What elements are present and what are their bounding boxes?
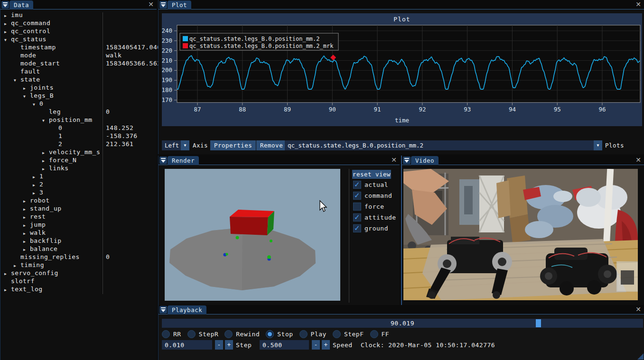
chevron-down-icon[interactable]: ▼: [4, 38, 11, 42]
radio-icon[interactable]: [333, 330, 341, 338]
tree-item-timestamp[interactable]: timestamp1583405417.040: [0, 44, 157, 52]
chevron-down-icon[interactable]: ▼: [33, 102, 39, 107]
tab-video[interactable]: Video: [411, 156, 439, 165]
tree-item-mode[interactable]: modewalk: [0, 52, 157, 60]
video-still[interactable]: [403, 169, 638, 300]
chevron-down-icon[interactable]: ▼: [594, 140, 602, 150]
chevron-right-icon[interactable]: ▶: [4, 288, 11, 292]
plot-select[interactable]: qc_status.state.legs_B.0.position_mm.2 ▼: [285, 140, 602, 150]
tree-item-3[interactable]: ▶3: [0, 189, 157, 197]
checkbox-checked-icon[interactable]: ✓: [353, 224, 361, 232]
chevron-down-icon[interactable]: ▼: [42, 119, 49, 123]
tree-item-slotrf[interactable]: slotrf: [0, 277, 157, 286]
checkbox-checked-icon[interactable]: ✓: [353, 192, 361, 200]
checkbox-checked-icon[interactable]: ✓: [353, 213, 361, 222]
tree-item-qc_status[interactable]: ▼qc_status: [0, 36, 157, 44]
speed-plus-button[interactable]: +: [322, 340, 330, 350]
tree-item-1[interactable]: ▶1: [0, 173, 157, 181]
chevron-right-icon[interactable]: ▶: [23, 248, 30, 252]
tree-item-timing[interactable]: ▶timing: [0, 261, 157, 269]
tree-item-servo_config[interactable]: ▶servo_config: [0, 269, 157, 277]
close-icon[interactable]: ✕: [635, 305, 641, 313]
tree-item-state[interactable]: ▼state: [0, 76, 157, 84]
properties-button[interactable]: Properties: [210, 140, 256, 150]
tree-item-imu[interactable]: ▶imu: [0, 11, 157, 19]
radio-icon[interactable]: [370, 330, 378, 338]
chevron-right-icon[interactable]: ▶: [4, 14, 11, 18]
radio-stepr[interactable]: StepR: [187, 330, 219, 338]
checkbox-unchecked-icon[interactable]: [353, 203, 361, 211]
radio-icon[interactable]: [187, 330, 196, 338]
radio-icon[interactable]: [162, 330, 170, 338]
chevron-right-icon[interactable]: ▶: [33, 191, 39, 195]
chevron-right-icon[interactable]: ▶: [42, 167, 49, 171]
collapse-icon[interactable]: [159, 157, 167, 164]
chevron-right-icon[interactable]: ▶: [23, 240, 30, 244]
tree-item-leg[interactable]: leg0: [0, 108, 157, 116]
chevron-right-icon[interactable]: ▶: [42, 151, 49, 155]
tab-playback[interactable]: Playback: [168, 305, 206, 314]
chevron-right-icon[interactable]: ▶: [23, 231, 30, 236]
radio-stop[interactable]: Stop: [266, 330, 293, 338]
remove-button[interactable]: Remove: [256, 140, 287, 150]
tree-item-0[interactable]: ▼0: [0, 100, 157, 108]
resize-grip-icon[interactable]: [637, 353, 644, 360]
tree-item-velocity_mm_s[interactable]: ▶velocity_mm_s: [0, 148, 157, 157]
chevron-right-icon[interactable]: ▶: [23, 86, 30, 91]
tree-item-balance[interactable]: ▶balance: [0, 245, 157, 253]
radio-icon[interactable]: [299, 330, 308, 338]
tree-item-rest[interactable]: ▶rest: [0, 213, 157, 221]
tree-item-stand_up[interactable]: ▶stand_up: [0, 205, 157, 213]
tree-item-qc_command[interactable]: ▶qc_command: [0, 19, 157, 28]
tree-item-text_log[interactable]: ▶text_log: [0, 286, 157, 294]
step-input[interactable]: [162, 340, 212, 350]
tree-item-2[interactable]: ▶2: [0, 181, 157, 189]
close-icon[interactable]: ✕: [635, 0, 641, 8]
step-minus-button[interactable]: -: [215, 340, 223, 350]
close-icon[interactable]: ✕: [635, 156, 641, 164]
close-icon[interactable]: ✕: [148, 0, 154, 8]
slider-handle[interactable]: [536, 319, 541, 327]
tab-render[interactable]: Render: [168, 156, 199, 165]
speed-input[interactable]: [260, 340, 309, 350]
tree-item-2[interactable]: 2212.361: [0, 140, 157, 148]
chevron-right-icon[interactable]: ▶: [42, 159, 49, 163]
reset-view-button[interactable]: reset view: [352, 170, 391, 179]
radio-selected-icon[interactable]: [266, 330, 274, 338]
tree-item-qc_control[interactable]: ▶qc_control: [0, 28, 157, 36]
tree-item-0[interactable]: 0148.252: [0, 124, 157, 132]
tree-item-position_mm[interactable]: ▼position_mm: [0, 116, 157, 124]
chevron-right-icon[interactable]: ▶: [23, 199, 30, 203]
collapse-icon[interactable]: [159, 306, 167, 314]
chevron-right-icon[interactable]: ▶: [33, 183, 39, 187]
collapse-icon[interactable]: [1, 1, 9, 9]
checkbox-checked-icon[interactable]: ✓: [353, 181, 361, 189]
render-viewport[interactable]: [165, 169, 340, 301]
radio-icon[interactable]: [224, 330, 233, 338]
tree-item-legs_B[interactable]: ▼legs_B: [0, 92, 157, 100]
chevron-right-icon[interactable]: ▶: [23, 223, 30, 228]
chevron-right-icon[interactable]: ▶: [23, 207, 30, 212]
tree-item-jump[interactable]: ▶jump: [0, 221, 157, 229]
chevron-right-icon[interactable]: ▶: [33, 175, 39, 179]
speed-minus-button[interactable]: -: [312, 340, 320, 350]
radio-play[interactable]: Play: [299, 330, 327, 338]
tree-item-backflip[interactable]: ▶backflip: [0, 237, 157, 245]
tree-item-walk[interactable]: ▶walk: [0, 229, 157, 237]
chevron-right-icon[interactable]: ▶: [4, 272, 11, 276]
tree-item-fault[interactable]: fault: [0, 68, 157, 76]
tree-item-robot[interactable]: ▶robot: [0, 197, 157, 205]
plot-chart[interactable]: Plot170180190200210220230240878889909192…: [162, 13, 642, 126]
tree-item-force_N[interactable]: ▶force_N: [0, 157, 157, 165]
collapse-icon[interactable]: [159, 1, 167, 9]
chevron-down-icon[interactable]: ▼: [181, 140, 189, 150]
tab-data[interactable]: Data: [9, 0, 33, 9]
close-icon[interactable]: ✕: [391, 156, 397, 164]
tree-item-links[interactable]: ▶links: [0, 165, 157, 173]
step-plus-button[interactable]: +: [225, 340, 233, 350]
tree-item-joints[interactable]: ▶joints: [0, 84, 157, 92]
chevron-right-icon[interactable]: ▶: [4, 30, 11, 34]
radio-rr[interactable]: RR: [162, 330, 181, 338]
tab-plot[interactable]: Plot: [168, 0, 191, 9]
radio-ff[interactable]: FF: [370, 330, 390, 338]
